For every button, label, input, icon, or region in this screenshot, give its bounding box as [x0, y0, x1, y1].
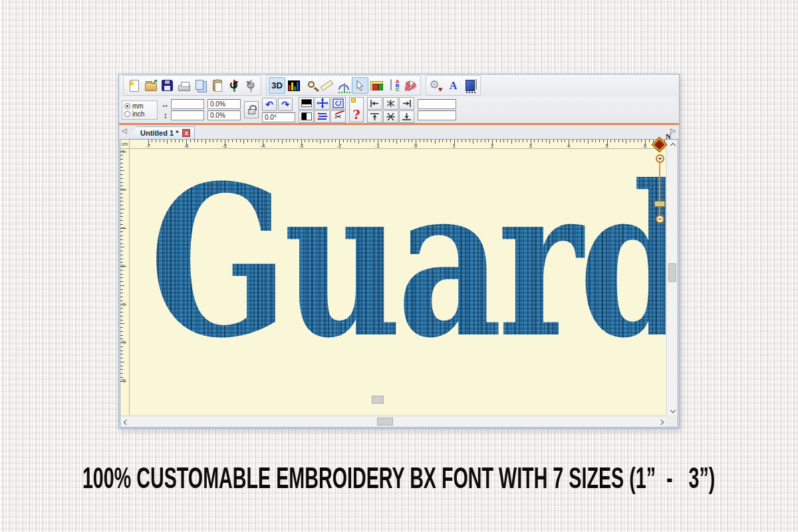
horizontal-scroll-thumb[interactable] — [377, 418, 393, 426]
height-percent-input[interactable] — [207, 110, 241, 120]
print-icon[interactable] — [176, 77, 192, 94]
position-y-input[interactable] — [418, 110, 456, 120]
height-input[interactable] — [171, 110, 204, 120]
scroll-right-icon[interactable] — [655, 416, 666, 428]
design-library-icon[interactable] — [402, 77, 418, 94]
width-input[interactable] — [171, 99, 204, 109]
lamp-icon — [351, 98, 356, 102]
tab-untitled-1[interactable]: Untitled 1 * x — [130, 126, 195, 139]
unit-inch-option[interactable]: inch — [124, 110, 155, 118]
horizontal-ruler: -7-6-5-4-3-2-10123456 — [130, 140, 666, 149]
align-bottom-icon[interactable] — [399, 110, 414, 123]
compass-n-label: N — [666, 132, 671, 140]
background-split-v-icon[interactable] — [299, 110, 314, 123]
view-edit-icon-grid: ✂ — [299, 97, 346, 123]
align-icon-grid — [367, 97, 414, 123]
scroll-left-icon[interactable] — [120, 416, 132, 428]
position-x-input[interactable] — [418, 99, 456, 109]
width-arrow-icon: ↔ — [161, 100, 170, 109]
align-center-v-icon[interactable] — [383, 110, 398, 123]
zoom-tool-icon[interactable] — [302, 77, 319, 94]
main-toolbar: ★↗↺↻3DABC⚙♥A — [119, 74, 679, 96]
tab-label: Untitled 1 * — [140, 129, 178, 137]
paste-icon[interactable] — [209, 77, 225, 94]
unit-mm-label: mm — [132, 102, 144, 110]
align-center-h-icon[interactable] — [383, 97, 398, 110]
design-workspace: cm -7-6-5-4-3-2-10123456 -3-2-10123 Guar… — [120, 139, 678, 428]
toolbar-group: ★↗↺↻ — [123, 75, 261, 96]
scroll-down-icon[interactable] — [667, 404, 678, 416]
zoom-out-button[interactable]: − — [656, 215, 664, 223]
width-percent-input[interactable] — [207, 99, 241, 109]
refresh-view-icon[interactable] — [331, 97, 346, 110]
font-engine-icon[interactable]: A — [445, 77, 462, 94]
vertical-ruler: -3-2-10123 — [120, 149, 130, 415]
color-film-icon[interactable] — [368, 77, 385, 94]
vertical-scroll-thumb[interactable] — [668, 263, 676, 282]
question-mark-icon: ? — [352, 108, 360, 122]
radio-mm-icon[interactable] — [124, 103, 130, 109]
transform-toolbar: mm inch ↔ ↕ — [119, 96, 679, 123]
design-bottom-handle[interactable] — [372, 396, 384, 404]
zoom-slider-track[interactable] — [659, 157, 660, 219]
angle-input[interactable] — [262, 112, 295, 122]
caption-banner: 100% CUSTOMABLE EMBROIDERY BX FONT WITH … — [0, 462, 798, 493]
caption-text: 100% CUSTOMABLE EMBROIDERY BX FONT WITH … — [82, 462, 715, 495]
open-folder-icon[interactable]: ↗ — [142, 77, 159, 94]
align-right-icon[interactable] — [399, 97, 414, 110]
tab-bar: ◁ Untitled 1 * x ▷ — [119, 125, 679, 139]
align-left-icon[interactable] — [367, 97, 382, 110]
rotate-right-button[interactable]: ↷ — [278, 98, 293, 111]
compass-diamond-icon — [652, 138, 666, 152]
unit-mm-option[interactable]: mm — [124, 102, 155, 110]
scrollbar-corner — [666, 416, 678, 427]
sequence-forward-icon[interactable]: ↻ — [242, 77, 259, 94]
fit-to-hoop-icon[interactable] — [315, 97, 330, 110]
radio-inch-icon[interactable] — [124, 111, 130, 117]
page-root: { "page": { "caption": "100% CUSTOMABLE … — [0, 0, 798, 532]
copy-icon[interactable] — [192, 77, 209, 94]
sequence-back-icon[interactable]: ↺ — [225, 77, 242, 94]
tab-close-icon[interactable]: x — [182, 129, 190, 137]
units-panel: mm inch — [122, 100, 158, 120]
horizontal-scrollbar[interactable] — [120, 416, 666, 427]
save-icon[interactable] — [159, 77, 176, 94]
lettering-abc-icon[interactable]: ABC — [385, 77, 402, 94]
zoom-slider-handle[interactable] — [654, 201, 665, 207]
align-top-icon[interactable] — [367, 110, 382, 123]
background-split-h-icon[interactable] — [299, 97, 314, 110]
tab-scroll-left-icon[interactable]: ◁ — [122, 127, 127, 134]
new-document-icon[interactable]: ★ — [126, 77, 142, 94]
stitch-colors-icon[interactable] — [285, 77, 302, 94]
scroll-up-icon[interactable] — [667, 140, 678, 151]
rotate-right-icon: ↷ — [281, 100, 289, 109]
lock-icon — [248, 109, 255, 114]
digitizing-tool-icon[interactable] — [462, 77, 478, 94]
stitch-order-icon[interactable] — [315, 110, 330, 123]
embroidery-app-window: ★↗↺↻3DABC⚙♥A mm inch ↔ ↕ — [118, 74, 680, 429]
stitched-design-text[interactable]: Guard — [150, 158, 666, 366]
zoom-in-button[interactable]: + — [656, 154, 664, 163]
height-arrow-icon: ↕ — [161, 111, 170, 120]
3d-view-icon[interactable]: 3D — [269, 77, 285, 94]
rotate-left-button[interactable]: ↶ — [262, 98, 277, 111]
vertical-scrollbar[interactable] — [666, 140, 678, 416]
select-tool-icon[interactable] — [352, 77, 368, 94]
toolbar-group: 3DABC — [266, 75, 421, 96]
help-button[interactable]: ? — [349, 97, 364, 122]
design-settings-icon[interactable]: ⚙♥ — [428, 77, 445, 94]
tab-scroll-right-icon[interactable]: ▷ — [670, 127, 676, 134]
aspect-lock-button[interactable] — [244, 101, 259, 118]
compass-icon: N — [651, 136, 668, 154]
design-canvas[interactable]: Guard — [130, 149, 666, 415]
unit-inch-label: inch — [132, 110, 144, 118]
rotate-left-icon: ↶ — [265, 100, 273, 109]
toolbar-group: ⚙♥A — [426, 75, 481, 96]
measure-tool-icon[interactable] — [319, 77, 335, 94]
ruler-unit-label: cm — [120, 140, 130, 149]
stitch-simulator-icon[interactable] — [335, 77, 352, 94]
trim-icon[interactable]: ✂ — [331, 110, 346, 123]
